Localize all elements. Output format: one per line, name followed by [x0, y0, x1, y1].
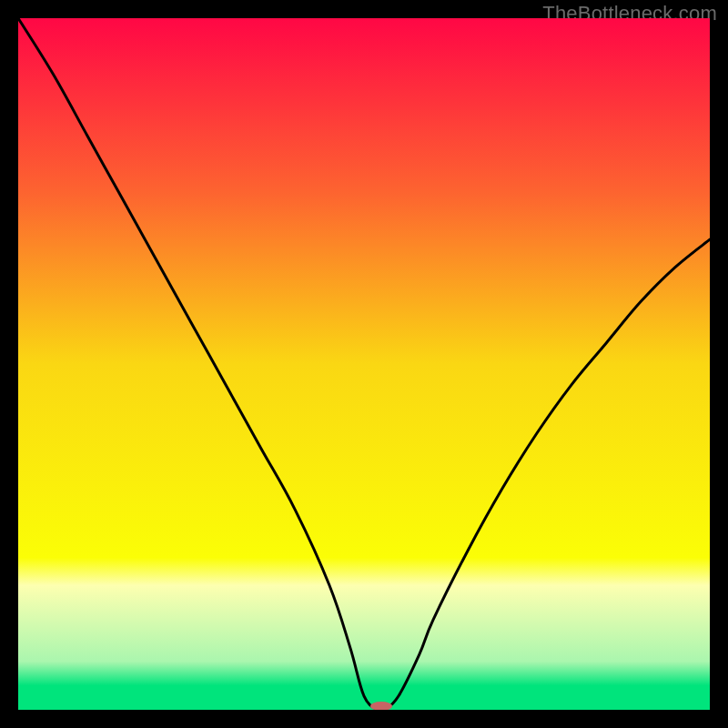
chart-frame: TheBottleneck.com — [0, 0, 728, 728]
bottleneck-chart — [18, 18, 710, 710]
chart-background — [18, 18, 710, 710]
